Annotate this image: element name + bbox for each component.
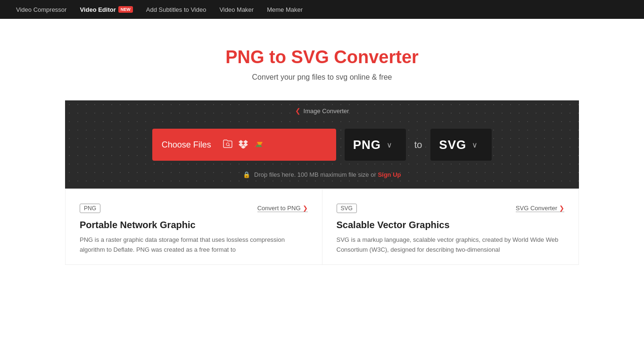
png-tag: PNG [80, 204, 100, 213]
nav-meme-maker[interactable]: Meme Maker [260, 0, 309, 19]
breadcrumb: ❮ Image Converter [65, 100, 579, 119]
svg-card: SVG SVG Converter ❯ Scalable Vector Grap… [322, 189, 579, 265]
nav-video-maker[interactable]: Video Maker [213, 0, 260, 19]
converter-main: Choose Files [65, 119, 579, 167]
svg-card-title: Scalable Vector Graphics [337, 220, 565, 230]
breadcrumb-chevron-icon: ❮ [295, 107, 301, 115]
target-format-selector[interactable]: SVG ∨ [430, 129, 492, 161]
to-label: to [414, 140, 422, 150]
svg-point-0 [226, 143, 229, 146]
nav-video-editor[interactable]: Video Editor NEW [73, 0, 139, 19]
svg-tag: SVG [337, 204, 357, 213]
png-card-title: Portable Network Graphic [80, 220, 308, 230]
svg-converter-link[interactable]: SVG Converter ❯ [516, 205, 564, 212]
signup-link[interactable]: Sign Up [378, 171, 401, 178]
target-format-chevron-icon: ∨ [472, 140, 478, 149]
dropbox-icon [239, 139, 248, 151]
converter-section: ❮ Image Converter Choose Files [65, 100, 579, 189]
png-card-top: PNG Convert to PNG ❯ [80, 204, 308, 213]
svg-line-1 [229, 145, 230, 146]
drop-text: Drop files here. 100 MB maximum file siz… [254, 171, 376, 178]
nav-add-subtitles[interactable]: Add Subtitles to Video [140, 0, 213, 19]
page-title: PNG to SVG Converter [9, 47, 635, 67]
convert-to-png-label: Convert to PNG [257, 205, 301, 212]
convert-to-png-link[interactable]: Convert to PNG ❯ [257, 205, 308, 212]
info-cards: PNG Convert to PNG ❯ Portable Network Gr… [65, 189, 579, 265]
folder-icon [223, 139, 233, 151]
lock-icon: 🔒 [243, 171, 250, 178]
png-link-chevron-icon: ❯ [303, 205, 308, 212]
svg-card-description: SVG is a markup language, scalable vecto… [337, 235, 565, 255]
source-format-chevron-icon: ∨ [387, 140, 392, 149]
choose-files-button[interactable]: Choose Files [152, 129, 336, 161]
navbar: Video Compressor Video Editor NEW Add Su… [0, 0, 644, 19]
source-format-selector[interactable]: PNG ∨ [345, 129, 406, 161]
svg-card-top: SVG SVG Converter ❯ [337, 204, 565, 213]
choose-files-label: Choose Files [162, 140, 211, 150]
target-format-label: SVG [439, 138, 466, 152]
hero-section: PNG to SVG Converter Convert your png fi… [0, 19, 644, 100]
upload-icons [223, 139, 264, 151]
nav-video-compressor[interactable]: Video Compressor [9, 0, 73, 19]
png-card: PNG Convert to PNG ❯ Portable Network Gr… [65, 189, 322, 265]
svg-link-chevron-icon: ❯ [559, 205, 564, 212]
page-subtitle: Convert your png files to svg online & f… [9, 73, 635, 82]
new-badge: NEW [118, 6, 133, 13]
source-format-label: PNG [353, 138, 381, 152]
svg-converter-label: SVG Converter [516, 205, 557, 212]
drop-area: 🔒 Drop files here. 100 MB maximum file s… [65, 167, 579, 189]
google-drive-icon [254, 139, 264, 151]
png-card-description: PNG is a raster graphic data storage for… [80, 235, 308, 255]
breadcrumb-label: Image Converter [304, 107, 349, 115]
